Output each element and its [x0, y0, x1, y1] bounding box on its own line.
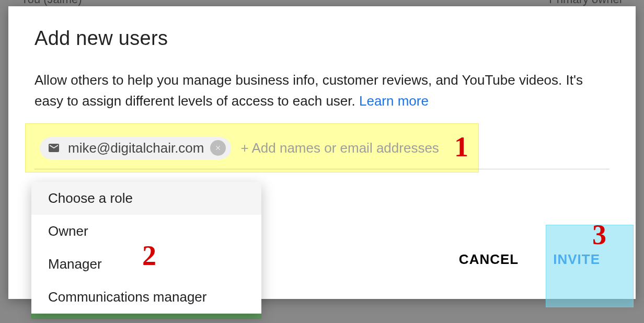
invite-button[interactable]: INVITE	[544, 246, 610, 273]
email-input-row[interactable]: mike@digitalchair.com + Add names or ema…	[34, 128, 610, 169]
email-chip-text: mike@digitalchair.com	[68, 140, 204, 156]
cancel-button[interactable]: CANCEL	[450, 246, 528, 273]
role-option-owner[interactable]: Owner	[31, 215, 261, 248]
remove-chip-button[interactable]	[210, 140, 226, 156]
modal-footer-buttons: CANCEL INVITE	[450, 246, 610, 273]
close-icon	[214, 144, 222, 152]
role-dropdown[interactable]: Choose a role Owner Manager Communicatio…	[31, 182, 261, 314]
modal-description: Allow others to help you manage business…	[34, 70, 610, 112]
email-chip[interactable]: mike@digitalchair.com	[40, 137, 231, 159]
learn-more-link[interactable]: Learn more	[359, 93, 429, 109]
mail-icon	[46, 142, 62, 154]
role-dropdown-header: Choose a role	[31, 182, 261, 215]
role-option-manager[interactable]: Manager	[31, 248, 261, 281]
role-dropdown-area: Choose a role Owner Manager Communicatio…	[31, 182, 261, 323]
modal-title: Add new users	[34, 27, 610, 50]
email-input-placeholder[interactable]: + Add names or email addresses	[240, 140, 439, 156]
modal-description-text: Allow others to help you manage business…	[34, 72, 583, 109]
role-option-communications-manager[interactable]: Communications manager	[31, 281, 261, 314]
